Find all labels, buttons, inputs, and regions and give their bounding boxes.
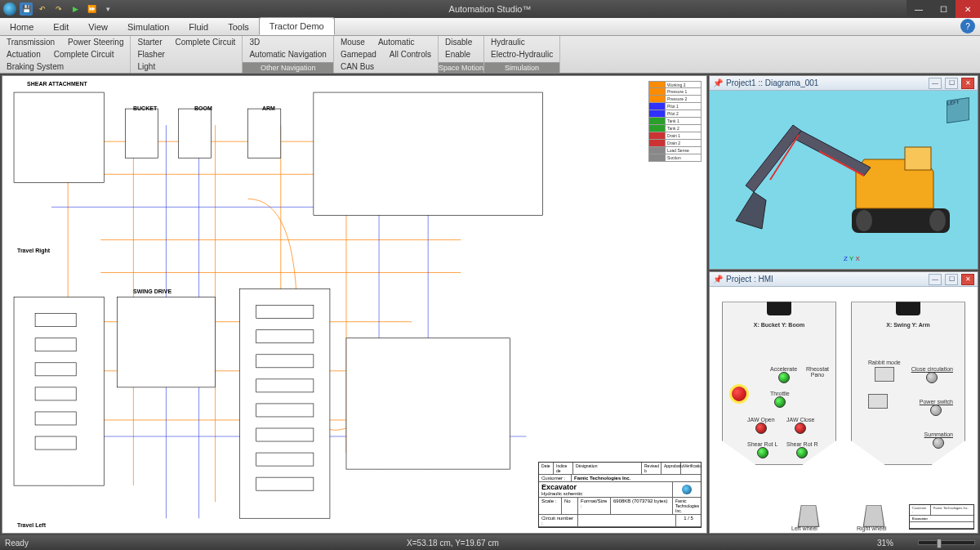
svg-rect-13 xyxy=(35,412,76,425)
label-travel-left: Travel Left xyxy=(17,522,46,528)
joystick-right[interactable] xyxy=(896,291,920,315)
rb-complete-circuit-e[interactable]: Complete Circuit xyxy=(168,36,242,48)
panel-hmi-min-button[interactable]: — xyxy=(929,274,942,285)
led-summation[interactable] xyxy=(933,437,944,449)
svg-rect-7 xyxy=(178,109,211,158)
svg-rect-20 xyxy=(256,428,314,441)
joystick-left[interactable] xyxy=(767,291,791,315)
menu-home[interactable]: Home xyxy=(0,19,43,35)
joy-right-title: X: Swing Y: Arm xyxy=(852,322,964,328)
led-jaw-close[interactable] xyxy=(795,423,806,434)
rb-flasher[interactable]: Flasher xyxy=(131,48,171,60)
rb-all-controls[interactable]: All Controls xyxy=(383,48,438,60)
rb-mouse[interactable]: Mouse xyxy=(334,36,372,48)
window-maximize-button[interactable]: ☐ xyxy=(931,0,956,18)
rb-braking[interactable]: Braking System xyxy=(0,60,70,73)
panel-3d-min-button[interactable]: — xyxy=(929,78,942,89)
svg-rect-0 xyxy=(14,92,104,182)
rb-power-steering[interactable]: Power Steering xyxy=(61,36,130,48)
rb-disable[interactable]: Disable xyxy=(439,36,479,48)
rb-starter[interactable]: Starter xyxy=(131,36,168,48)
svg-marker-29 xyxy=(746,125,801,192)
app-logo-icon xyxy=(3,2,16,16)
menu-tractor-demo[interactable]: Tractor Demo xyxy=(259,17,335,35)
workspace: SHEAR ATTACHMENT BUCKET BOOM ARM Travel … xyxy=(0,74,980,535)
qa-play-icon[interactable]: ▶ xyxy=(69,2,82,16)
panel-3d-pin-icon[interactable]: 📌 xyxy=(713,78,723,87)
hmi-canvas[interactable]: X: Bucket Y: Boom Accelerate Rheostat Pa… xyxy=(710,287,978,533)
window-close-button[interactable]: ✕ xyxy=(956,0,980,18)
svg-rect-4 xyxy=(346,338,510,469)
icon-pane xyxy=(868,394,888,409)
svg-rect-2 xyxy=(117,297,215,387)
led-shear-l[interactable] xyxy=(757,447,768,458)
help-icon[interactable]: ? xyxy=(960,19,975,34)
rb-gamepad[interactable]: Gamepad xyxy=(334,48,383,60)
svg-rect-10 xyxy=(35,338,76,351)
panel-hmi-max-button[interactable]: ☐ xyxy=(945,274,958,285)
panel-hmi-title: Project : HMI xyxy=(726,275,773,284)
qa-save-icon[interactable]: 💾 xyxy=(20,2,33,16)
svg-rect-18 xyxy=(256,379,314,392)
panel-3d-close-button[interactable]: ✕ xyxy=(961,78,974,89)
menu-view[interactable]: View xyxy=(78,19,118,35)
svg-point-25 xyxy=(929,210,946,231)
switch-rabbit[interactable] xyxy=(875,367,894,382)
svg-rect-8 xyxy=(248,109,281,158)
svg-rect-19 xyxy=(256,404,314,417)
menu-fluid[interactable]: Fluid xyxy=(179,19,218,35)
menu-simulation[interactable]: Simulation xyxy=(118,19,179,35)
view-cube[interactable]: LEFT xyxy=(947,97,969,123)
svg-rect-6 xyxy=(125,109,158,158)
schematic-panel[interactable]: SHEAR ATTACHMENT BUCKET BOOM ARM Travel … xyxy=(2,75,707,534)
svg-rect-15 xyxy=(256,306,314,319)
rb-hydraulic[interactable]: Hydraulic xyxy=(484,36,532,48)
rb-transmission[interactable]: Transmission xyxy=(0,36,61,48)
viewport-3d[interactable]: Z Y X LEFT xyxy=(710,91,978,269)
svg-rect-21 xyxy=(256,453,314,466)
ribbon: TransmissionPower Steering ActuationComp… xyxy=(0,36,980,74)
rb-electro[interactable]: Electro-Hydraulic xyxy=(484,48,559,60)
pedal-right-label: Right wheel xyxy=(857,525,887,531)
led-close-circ[interactable] xyxy=(926,372,938,383)
axis-gizmo: Z Y X xyxy=(844,255,860,262)
led-jaw-open[interactable] xyxy=(755,423,767,434)
menu-edit[interactable]: Edit xyxy=(43,19,78,35)
svg-rect-16 xyxy=(256,330,314,343)
rb-enable[interactable]: Enable xyxy=(439,48,477,60)
panel-hmi-pin-icon[interactable]: 📌 xyxy=(713,275,723,284)
led-power[interactable] xyxy=(930,405,942,416)
menu-bar: Home Edit View Simulation Fluid Tools Tr… xyxy=(0,18,980,36)
status-zoom: 31% xyxy=(877,539,893,548)
rb-auto-nav[interactable]: Automatic Navigation xyxy=(243,48,333,60)
led-accelerate[interactable] xyxy=(778,372,790,383)
qa-step-icon[interactable]: ⏩ xyxy=(85,2,98,16)
titleblock: Date Indice de Désignation Revised b App… xyxy=(538,462,702,528)
qa-dropdown-icon[interactable]: ▾ xyxy=(101,2,114,16)
zoom-slider[interactable] xyxy=(918,540,975,545)
svg-point-24 xyxy=(856,210,872,231)
rg-label-space: Space Motion xyxy=(439,62,483,73)
pedal-left[interactable] xyxy=(798,505,820,527)
excavator-3d-model[interactable] xyxy=(721,102,966,257)
rb-canbus[interactable]: CAN Bus xyxy=(334,60,381,73)
rb-automatic[interactable]: Automatic xyxy=(372,36,421,48)
led-throttle[interactable] xyxy=(774,396,786,408)
label-travel-right: Travel Right xyxy=(17,248,50,253)
panel-hmi-close-button[interactable]: ✕ xyxy=(961,274,974,285)
rb-complete-circuit-h[interactable]: Complete Circuit xyxy=(47,48,121,60)
svg-rect-22 xyxy=(256,477,314,490)
rb-light[interactable]: Light xyxy=(131,60,162,73)
led-shear-r[interactable] xyxy=(796,447,808,458)
qa-undo-icon[interactable]: ↶ xyxy=(36,2,49,16)
rb-3d[interactable]: 3D xyxy=(243,36,266,48)
menu-tools[interactable]: Tools xyxy=(218,19,259,35)
joystick-panel-left: X: Bucket Y: Boom Accelerate Rheostat Pa… xyxy=(722,302,836,465)
qa-redo-icon[interactable]: ↷ xyxy=(52,2,65,16)
pedal-right[interactable] xyxy=(863,505,885,527)
rb-actuation[interactable]: Actuation xyxy=(0,48,47,60)
window-minimize-button[interactable]: — xyxy=(906,0,931,18)
panel-3d-max-button[interactable]: ☐ xyxy=(945,78,958,89)
hmi-titleblock: Customer :Famic Technologies Inc. Excava… xyxy=(909,504,974,530)
emergency-stop-button[interactable] xyxy=(729,384,749,404)
